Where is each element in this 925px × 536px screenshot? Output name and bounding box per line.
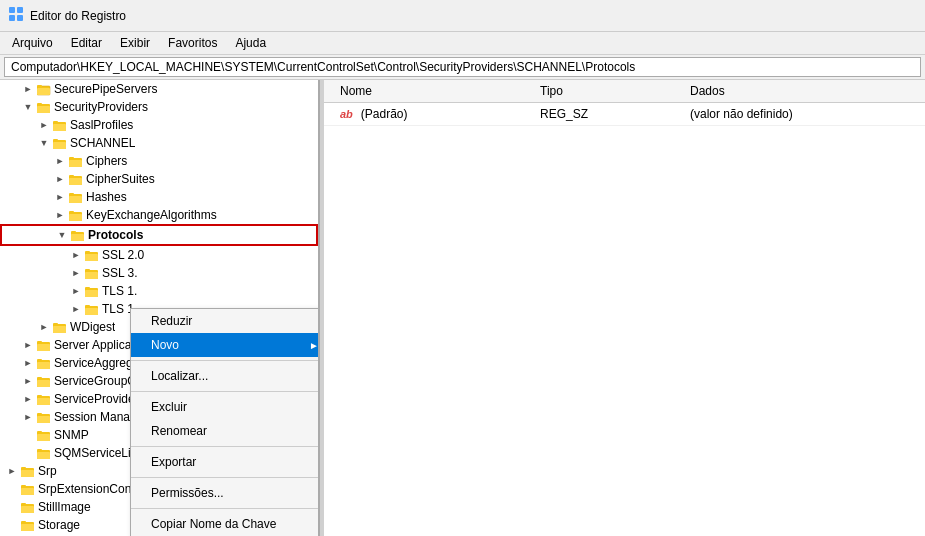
ctx-localizar-label: Localizar... — [151, 369, 208, 383]
svg-rect-64 — [37, 431, 42, 434]
svg-rect-55 — [37, 377, 42, 380]
svg-rect-78 — [21, 524, 34, 531]
table-row[interactable]: ab (Padrão) REG_SZ (valor não definido) — [324, 103, 925, 126]
tree-label-schannel: SCHANNEL — [70, 136, 135, 150]
menu-arquivo[interactable]: Arquivo — [4, 34, 61, 52]
svg-rect-34 — [85, 251, 90, 254]
tree-item-ssl3[interactable]: ► SSL 3. — [0, 264, 318, 282]
row-dados: (valor não definido) — [682, 105, 917, 123]
menu-favoritos[interactable]: Favoritos — [160, 34, 225, 52]
tree-label-ciphersuites: CipherSuites — [86, 172, 155, 186]
tree-item-ssl2[interactable]: ► SSL 2.0 — [0, 246, 318, 264]
folder-icon — [36, 355, 52, 371]
svg-rect-72 — [21, 488, 34, 495]
expand-icon: ► — [68, 247, 84, 263]
tree-item-keyexchange[interactable]: ► KeyExchangeAlgorithms — [0, 206, 318, 224]
svg-rect-3 — [17, 15, 23, 21]
svg-rect-1 — [17, 7, 23, 13]
expand-icon — [4, 481, 20, 497]
tree-item-securepipe[interactable]: ► SecurePipeServers — [0, 80, 318, 98]
content-panel: Nome Tipo Dados ab (Padrão) REG_SZ (valo… — [324, 80, 925, 536]
ctx-reduzir-label: Reduzir — [151, 314, 192, 328]
ctx-sep3 — [131, 446, 320, 447]
svg-rect-42 — [85, 308, 98, 315]
tree-label-saslprofiles: SaslProfiles — [70, 118, 133, 132]
col-header-tipo[interactable]: Tipo — [532, 82, 682, 100]
svg-rect-63 — [37, 434, 50, 441]
svg-rect-19 — [69, 157, 74, 160]
ctx-reduzir[interactable]: Reduzir — [131, 309, 320, 333]
svg-rect-79 — [21, 521, 26, 524]
svg-rect-46 — [53, 323, 58, 326]
expand-icon: ▼ — [36, 135, 52, 151]
folder-icon — [52, 117, 68, 133]
ctx-permissoes[interactable]: Permissões... — [131, 481, 320, 505]
ab-icon: ab — [340, 108, 353, 120]
menu-ajuda[interactable]: Ajuda — [227, 34, 274, 52]
tree-item-secproviders[interactable]: ▼ SecurityProviders — [0, 98, 318, 116]
folder-icon — [20, 517, 36, 533]
tree-item-ciphersuites[interactable]: ► CipherSuites — [0, 170, 318, 188]
svg-rect-36 — [85, 272, 98, 279]
svg-rect-51 — [37, 362, 50, 369]
ctx-novo-arrow: ► — [309, 340, 319, 351]
tree-item-hashes[interactable]: ► Hashes — [0, 188, 318, 206]
svg-rect-22 — [69, 175, 74, 178]
tree-item-ciphers[interactable]: ► Ciphers — [0, 152, 318, 170]
folder-icon — [20, 499, 36, 515]
app-icon — [8, 6, 24, 25]
svg-rect-73 — [21, 485, 26, 488]
svg-rect-30 — [71, 234, 84, 241]
expand-icon: ► — [68, 265, 84, 281]
tree-label-securepipe: SecurePipeServers — [54, 82, 157, 96]
tree-item-saslprofiles[interactable]: ► SaslProfiles — [0, 116, 318, 134]
expand-icon: ► — [52, 189, 68, 205]
svg-rect-49 — [37, 341, 42, 344]
expand-icon: ► — [20, 409, 36, 425]
ctx-permissoes-label: Permissões... — [151, 486, 224, 500]
ctx-excluir[interactable]: Excluir — [131, 395, 320, 419]
ctx-exportar[interactable]: Exportar — [131, 450, 320, 474]
svg-rect-75 — [21, 506, 34, 513]
tree-label-ciphers: Ciphers — [86, 154, 127, 168]
svg-rect-40 — [85, 287, 90, 290]
main-container: ► SecurePipeServers ▼ SecurityProviders … — [0, 79, 925, 536]
expand-icon: ► — [52, 153, 68, 169]
ctx-renomear[interactable]: Renomear — [131, 419, 320, 443]
ctx-sep5 — [131, 508, 320, 509]
tree-item-schannel[interactable]: ▼ SCHANNEL — [0, 134, 318, 152]
col-header-dados[interactable]: Dados — [682, 82, 917, 100]
col-header-nome[interactable]: Nome — [332, 82, 532, 100]
folder-icon — [36, 391, 52, 407]
menu-editar[interactable]: Editar — [63, 34, 110, 52]
svg-rect-76 — [21, 503, 26, 506]
ctx-localizar[interactable]: Localizar... — [131, 364, 320, 388]
svg-rect-66 — [37, 452, 50, 459]
tree-label-srpext: SrpExtensionConfig — [38, 482, 144, 496]
tree-label-sqmservice: SQMServiceList — [54, 446, 140, 460]
address-bar[interactable]: Computador\HKEY_LOCAL_MACHINE\SYSTEM\Cur… — [4, 57, 921, 77]
tree-item-tls1[interactable]: ► TLS 1. — [0, 282, 318, 300]
ctx-copiar-label: Copiar Nome da Chave — [151, 517, 276, 531]
context-menu[interactable]: Reduzir Novo ► Localizar... Excluir Reno… — [130, 308, 320, 536]
svg-rect-24 — [69, 196, 82, 203]
folder-icon — [68, 207, 84, 223]
svg-rect-61 — [37, 413, 42, 416]
svg-rect-9 — [37, 106, 50, 113]
folder-icon — [36, 373, 52, 389]
svg-rect-57 — [37, 398, 50, 405]
folder-icon — [52, 319, 68, 335]
folder-icon — [36, 99, 52, 115]
folder-icon — [36, 427, 52, 443]
tree-label-secproviders: SecurityProviders — [54, 100, 148, 114]
expand-icon: ► — [20, 81, 36, 97]
svg-rect-12 — [53, 124, 66, 131]
expand-icon — [20, 445, 36, 461]
ctx-novo[interactable]: Novo ► — [131, 333, 320, 357]
tree-label-snmp: SNMP — [54, 428, 89, 442]
ctx-copiar[interactable]: Copiar Nome da Chave — [131, 512, 320, 536]
svg-rect-60 — [37, 416, 50, 423]
menu-exibir[interactable]: Exibir — [112, 34, 158, 52]
tree-label-wdigest: WDigest — [70, 320, 115, 334]
tree-item-protocols[interactable]: ▼ Protocols — [0, 224, 318, 246]
